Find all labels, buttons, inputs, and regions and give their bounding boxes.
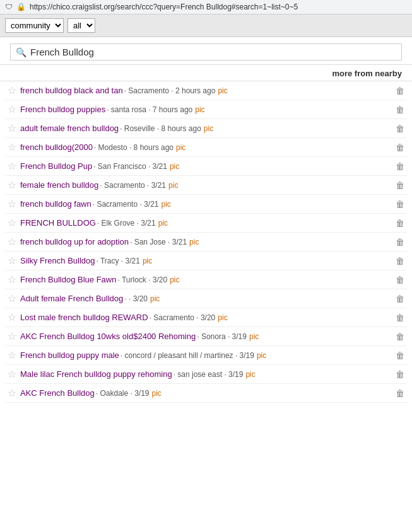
listing-pic-label[interactable]: pic — [257, 351, 266, 360]
star-icon[interactable]: ☆ — [8, 368, 16, 380]
search-icon: 🔍 — [16, 47, 26, 57]
listing-title[interactable]: FRENCH BULLDOG — [20, 218, 96, 228]
listing-meta: · Elk Grove · 3/21 — [97, 219, 156, 228]
listing-pic-label[interactable]: pic — [218, 86, 227, 95]
star-icon[interactable]: ☆ — [8, 255, 16, 267]
listing-content: Adult female French Bulldog· · 3/20pic — [20, 294, 391, 303]
star-icon[interactable]: ☆ — [8, 103, 16, 115]
star-icon[interactable]: ☆ — [8, 217, 16, 229]
search-input[interactable] — [30, 47, 396, 57]
listing-content: french bulldog black and tan· Sacramento… — [20, 86, 391, 95]
trash-icon[interactable]: 🗑 — [396, 105, 404, 115]
star-icon[interactable]: ☆ — [8, 292, 16, 304]
star-icon[interactable]: ☆ — [8, 179, 16, 191]
listing-title[interactable]: french bulldog fawn — [20, 199, 91, 209]
listing-row: ☆adult female french bulldog· Roseville … — [5, 119, 407, 138]
listing-pic-label[interactable]: pic — [170, 162, 179, 171]
filter-select[interactable]: all — [68, 18, 95, 33]
listing-title[interactable]: french bulldog up for adoption — [20, 237, 129, 246]
trash-icon[interactable]: 🗑 — [396, 142, 404, 153]
listing-pic-label[interactable]: pic — [195, 105, 204, 114]
listing-pic-label[interactable]: pic — [218, 313, 227, 322]
trash-icon[interactable]: 🗑 — [396, 294, 404, 304]
listing-pic-label[interactable]: pic — [168, 181, 178, 190]
listing-pic-label[interactable]: pic — [143, 257, 152, 265]
listing-pic-label[interactable]: pic — [152, 389, 162, 398]
star-icon[interactable]: ☆ — [8, 160, 16, 172]
address-bar: 🛡 🔒 https://chico.craigslist.org/search/… — [0, 0, 412, 14]
listing-content: french bulldog fawn· Sacramento · 3/21pi… — [20, 199, 391, 209]
listing-pic-label[interactable]: pic — [176, 143, 185, 152]
search-box: 🔍 — [10, 43, 402, 61]
listing-content: french bulldog(2000· Modesto · 8 hours a… — [20, 142, 391, 152]
category-select[interactable]: community — [5, 18, 64, 33]
listing-title[interactable]: female french bulldog — [20, 180, 98, 190]
listing-pic-label[interactable]: pic — [158, 219, 168, 228]
trash-icon[interactable]: 🗑 — [396, 313, 404, 323]
listing-title[interactable]: AKC French Bulldog 10wks old$2400 Rehomi… — [20, 332, 196, 341]
listing-title[interactable]: adult female french bulldog — [20, 124, 119, 133]
trash-icon[interactable]: 🗑 — [396, 237, 404, 247]
listing-pic-label[interactable]: pic — [161, 200, 170, 209]
listing-meta: · Sacramento · 3/21 — [100, 181, 166, 190]
listing-pic-label[interactable]: pic — [150, 294, 160, 303]
star-icon[interactable]: ☆ — [8, 387, 16, 399]
trash-icon[interactable]: 🗑 — [396, 388, 404, 398]
star-icon[interactable]: ☆ — [8, 330, 16, 342]
trash-icon[interactable]: 🗑 — [396, 332, 404, 342]
listing-meta: · concord / pleasant hill / martinez · 3… — [121, 351, 254, 360]
star-icon[interactable]: ☆ — [8, 84, 16, 96]
listing-row: ☆French bulldog puppy male· concord / pl… — [5, 346, 407, 365]
listing-title[interactable]: french bulldog black and tan — [20, 86, 123, 95]
listing-content: French Bulldog Blue Fawn· Turlock · 3/20… — [20, 275, 391, 284]
trash-icon[interactable]: 🗑 — [396, 275, 404, 285]
url-text: https://chico.craigslist.org/search/ccc?… — [30, 3, 298, 11]
listing-pic-label[interactable]: pic — [189, 238, 199, 246]
listing-content: AKC French Bulldog· Oakdale · 3/19pic — [20, 388, 391, 398]
trash-icon[interactable]: 🗑 — [396, 256, 404, 266]
listing-pic-label[interactable]: pic — [249, 332, 259, 341]
star-icon[interactable]: ☆ — [8, 311, 16, 323]
trash-icon[interactable]: 🗑 — [396, 350, 404, 361]
trash-icon[interactable]: 🗑 — [396, 124, 404, 134]
trash-icon[interactable]: 🗑 — [396, 369, 404, 379]
listing-pic-label[interactable]: pic — [245, 370, 255, 379]
listing-row: ☆french bulldog(2000· Modesto · 8 hours … — [5, 138, 407, 157]
star-icon[interactable]: ☆ — [8, 236, 16, 248]
listing-row: ☆French bulldog puppies· santa rosa · 7 … — [5, 100, 407, 119]
listing-row: ☆female french bulldog· Sacramento · 3/2… — [5, 176, 407, 195]
listing-title[interactable]: French bulldog puppies — [20, 105, 105, 114]
listing-title[interactable]: French Bulldog Blue Fawn — [20, 275, 116, 284]
listing-pic-label[interactable]: pic — [170, 275, 179, 284]
listing-row: ☆French Bulldog Blue Fawn· Turlock · 3/2… — [5, 270, 407, 289]
listing-title[interactable]: french bulldog(2000 — [20, 142, 93, 152]
listing-title[interactable]: Male lilac French bulldog puppy rehoming — [20, 369, 172, 379]
star-icon[interactable]: ☆ — [8, 274, 16, 286]
star-icon[interactable]: ☆ — [8, 122, 16, 134]
trash-icon[interactable]: 🗑 — [396, 218, 404, 228]
listing-meta: · Sacramento · 3/21 — [93, 200, 159, 209]
listing-row: ☆Lost male french bulldog REWARD· Sacram… — [5, 308, 407, 327]
trash-icon[interactable]: 🗑 — [396, 161, 404, 171]
listing-meta: · Turlock · 3/20 — [117, 275, 167, 284]
listing-pic-label[interactable]: pic — [204, 124, 213, 133]
star-icon[interactable]: ☆ — [8, 198, 16, 210]
lock-icon: 🔒 — [16, 3, 26, 11]
listing-title[interactable]: French Bulldog Pup — [20, 161, 92, 171]
star-icon[interactable]: ☆ — [8, 141, 16, 153]
listing-title[interactable]: Lost male french bulldog REWARD — [20, 313, 148, 322]
star-icon[interactable]: ☆ — [8, 349, 16, 361]
listing-meta: · santa rosa · 7 hours ago — [107, 105, 192, 114]
trash-icon[interactable]: 🗑 — [396, 86, 404, 96]
listing-row: ☆Adult female French Bulldog· · 3/20pic🗑 — [5, 289, 407, 308]
trash-icon[interactable]: 🗑 — [396, 199, 404, 209]
listing-content: Lost male french bulldog REWARD· Sacrame… — [20, 313, 391, 322]
listing-title[interactable]: Silky French Bulldog — [20, 256, 95, 265]
listing-title[interactable]: AKC French Bulldog — [20, 388, 95, 398]
shield-icon: 🛡 — [5, 3, 13, 11]
listing-content: French bulldog puppy male· concord / ple… — [20, 350, 391, 360]
listing-title[interactable]: Adult female French Bulldog — [20, 294, 123, 303]
listing-title[interactable]: French bulldog puppy male — [20, 350, 119, 360]
listing-content: French bulldog puppies· santa rosa · 7 h… — [20, 105, 391, 114]
trash-icon[interactable]: 🗑 — [396, 180, 404, 190]
